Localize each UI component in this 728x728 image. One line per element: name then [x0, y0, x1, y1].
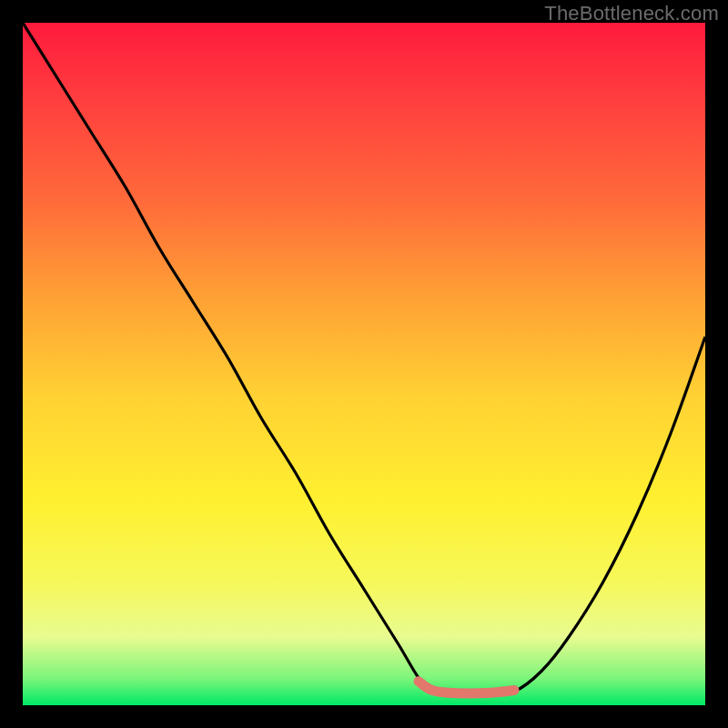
- plot-area: [23, 23, 705, 705]
- chart-svg: [23, 23, 705, 705]
- chart-frame: TheBottleneck.com: [0, 0, 728, 728]
- black-curve-path: [23, 23, 705, 695]
- highlight-band-path: [419, 682, 514, 693]
